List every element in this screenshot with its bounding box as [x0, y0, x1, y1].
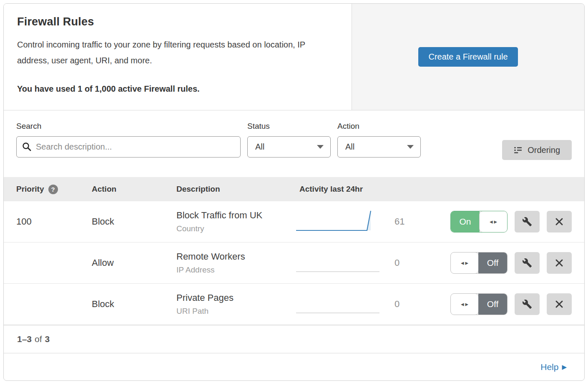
left-right-arrows-icon: ◂▸: [488, 218, 498, 225]
usage-note: You have used 1 of 1,000 active Firewall…: [17, 84, 335, 94]
edit-rule-button[interactable]: [515, 211, 540, 232]
description-column-header: Description: [176, 185, 296, 194]
ordering-button-label: Ordering: [528, 145, 560, 155]
rule-enabled-toggle[interactable]: ◂▸ Off: [450, 293, 508, 315]
cta-panel: Create a Firewall rule: [352, 4, 584, 110]
wrench-icon: [522, 217, 532, 227]
activity-count: 0: [379, 299, 430, 310]
page-description: Control incoming traffic to your zone by…: [17, 37, 335, 68]
rule-enabled-toggle[interactable]: ◂▸ Off: [450, 252, 508, 274]
list-icon: [514, 146, 523, 155]
status-selected-value: All: [255, 142, 264, 152]
action-cell: Block: [92, 299, 176, 310]
rule-match-type: IP Address: [176, 265, 296, 275]
description-cell: Private Pages URI Path: [176, 292, 296, 316]
rule-match-type: Country: [176, 224, 296, 233]
action-group: Action All: [337, 122, 421, 158]
priority-header-label: Priority: [16, 185, 44, 194]
toggle-knob: ◂▸: [480, 211, 507, 232]
page-title: Firewall Rules: [17, 15, 335, 28]
ordering-button[interactable]: Ordering: [502, 140, 572, 160]
action-select[interactable]: All: [337, 136, 421, 158]
action-label: Action: [337, 122, 421, 131]
pagination-of-label: of: [35, 334, 42, 344]
rule-description: Private Pages: [176, 292, 296, 303]
table-row: Block Private Pages URI Path 0 ◂▸ Off: [4, 284, 584, 325]
pagination-range: 1–3: [17, 334, 32, 344]
rule-enabled-toggle[interactable]: On ◂▸: [450, 211, 508, 232]
pagination-total: 3: [45, 334, 50, 344]
action-selected-value: All: [345, 142, 354, 152]
table-row: Allow Remote Workers IP Address 0 ◂▸ Off: [4, 242, 584, 284]
top-section: Firewall Rules Control incoming traffic …: [4, 4, 584, 110]
table-header: Priority ? Action Description Activity l…: [4, 177, 584, 201]
create-firewall-rule-button[interactable]: Create a Firewall rule: [418, 47, 518, 67]
left-right-arrows-icon: ◂▸: [460, 300, 470, 308]
help-link[interactable]: Help ▶: [540, 362, 567, 372]
delete-rule-button[interactable]: [547, 293, 572, 315]
row-controls: ◂▸ Off: [450, 252, 572, 274]
status-select[interactable]: All: [247, 136, 331, 158]
footer-bar: Help ▶: [4, 353, 584, 380]
close-icon: [555, 258, 564, 268]
filters-bar: Search Status All Action All: [4, 110, 584, 177]
delete-rule-button[interactable]: [547, 252, 572, 274]
chevron-down-icon: [407, 145, 414, 149]
action-column-header: Action: [92, 185, 176, 194]
arrow-right-icon: ▶: [562, 363, 567, 371]
table-row: 100 Block Block Traffic from UK Country …: [4, 201, 584, 242]
rule-description: Remote Workers: [176, 251, 296, 262]
priority-cell: 100: [16, 216, 92, 227]
intro-panel: Firewall Rules Control incoming traffic …: [4, 4, 352, 110]
description-cell: Remote Workers IP Address: [176, 251, 296, 275]
priority-help-icon[interactable]: ?: [48, 185, 58, 194]
activity-count: 61: [379, 216, 430, 227]
firewall-rules-card: Firewall Rules Control incoming traffic …: [3, 3, 585, 381]
left-right-arrows-icon: ◂▸: [460, 259, 470, 267]
status-group: Status All: [247, 122, 331, 158]
rule-match-type: URI Path: [176, 307, 296, 316]
row-controls: On ◂▸: [450, 211, 572, 232]
pagination-bar: 1–3 of 3: [4, 325, 584, 353]
action-cell: Block: [92, 216, 176, 227]
toggle-on-label: On: [451, 211, 480, 232]
toggle-off-label: Off: [478, 252, 507, 273]
row-controls: ◂▸ Off: [450, 293, 572, 315]
delete-rule-button[interactable]: [547, 211, 572, 232]
edit-rule-button[interactable]: [515, 252, 540, 274]
close-icon: [555, 217, 564, 226]
rule-description: Block Traffic from UK: [176, 210, 296, 221]
activity-sparkline: [296, 291, 379, 317]
activity-count: 0: [379, 258, 430, 268]
action-cell: Allow: [92, 258, 176, 268]
close-icon: [555, 300, 564, 309]
wrench-icon: [522, 258, 532, 268]
toggle-knob: ◂▸: [451, 294, 478, 315]
toggle-off-label: Off: [478, 294, 507, 315]
description-cell: Block Traffic from UK Country: [176, 210, 296, 233]
priority-column-header: Priority ?: [16, 185, 92, 194]
search-field-wrap: [16, 136, 241, 158]
search-input[interactable]: [16, 136, 241, 158]
activity-sparkline: [296, 209, 379, 235]
wrench-icon: [522, 299, 532, 309]
help-link-label: Help: [540, 362, 558, 372]
activity-column-header: Activity last 24hr: [296, 185, 363, 194]
status-label: Status: [247, 122, 331, 131]
search-label: Search: [16, 122, 241, 131]
search-group: Search: [16, 122, 241, 158]
edit-rule-button[interactable]: [515, 293, 540, 315]
search-icon: [22, 142, 31, 151]
chevron-down-icon: [317, 145, 324, 149]
activity-sparkline: [296, 250, 379, 276]
toggle-knob: ◂▸: [451, 252, 478, 273]
